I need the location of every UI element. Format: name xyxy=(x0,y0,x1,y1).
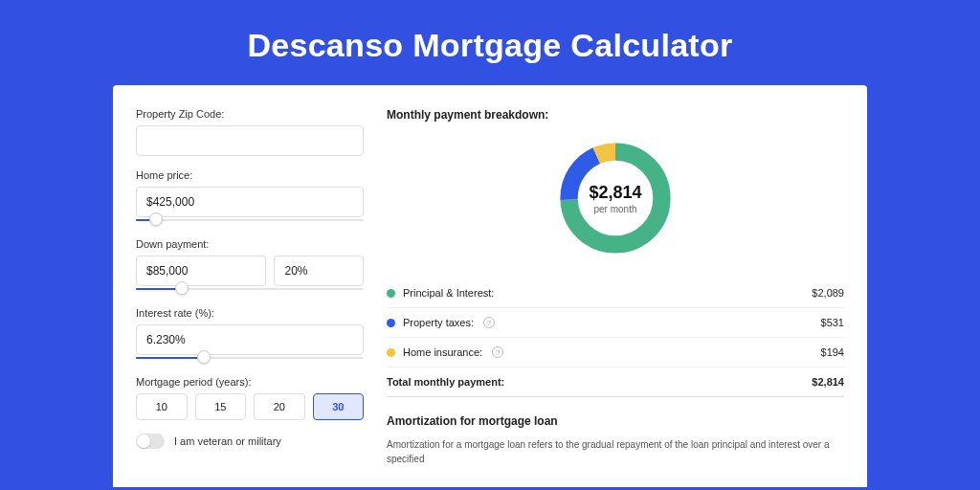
form-column: Property Zip Code: Home price: Down paym… xyxy=(136,108,364,487)
home-price-label: Home price: xyxy=(136,169,364,181)
field-zip: Property Zip Code: xyxy=(136,108,364,156)
donut-center: $2,814 per month xyxy=(554,137,677,259)
slider-thumb[interactable] xyxy=(175,281,189,295)
period-button-15[interactable]: 15 xyxy=(195,393,247,420)
interest-slider[interactable] xyxy=(136,353,364,363)
field-home-price: Home price: xyxy=(136,169,364,225)
period-button-20[interactable]: 20 xyxy=(254,393,305,420)
toggle-knob xyxy=(137,434,150,448)
legend-dot xyxy=(387,319,395,327)
legend-row: Property taxes:?$531 xyxy=(387,308,844,338)
field-period: Mortgage period (years): 10152030 xyxy=(136,376,364,420)
total-value: $2,814 xyxy=(812,376,844,388)
donut-chart: $2,814 per month xyxy=(554,137,677,259)
home-price-slider[interactable] xyxy=(136,215,364,225)
breakdown-column: Monthly payment breakdown: $2,814 per mo… xyxy=(387,108,844,487)
donut-sublabel: per month xyxy=(593,204,636,214)
veteran-label: I am veteran or military xyxy=(174,435,281,447)
legend-label: Property taxes: xyxy=(403,317,474,328)
period-label: Mortgage period (years): xyxy=(136,376,364,388)
slider-thumb[interactable] xyxy=(149,212,163,226)
zip-label: Property Zip Code: xyxy=(136,108,364,120)
amortization-title: Amortization for mortgage loan xyxy=(387,414,844,428)
amortization-text: Amortization for a mortgage loan refers … xyxy=(387,437,844,466)
legend-value: $2,089 xyxy=(812,287,844,299)
field-down-payment: Down payment: xyxy=(136,238,364,294)
down-payment-percent-input[interactable] xyxy=(274,256,364,286)
field-veteran: I am veteran or military xyxy=(136,434,364,449)
period-button-10[interactable]: 10 xyxy=(136,393,188,420)
down-payment-amount-input[interactable] xyxy=(136,256,266,286)
info-icon[interactable]: ? xyxy=(483,317,495,328)
slider-thumb[interactable] xyxy=(197,350,211,364)
donut-amount: $2,814 xyxy=(589,183,641,203)
legend-value: $194 xyxy=(821,346,844,358)
breakdown-title: Monthly payment breakdown: xyxy=(387,108,844,122)
home-price-input[interactable] xyxy=(136,187,364,217)
total-label: Total monthly payment: xyxy=(387,376,504,388)
zip-input[interactable] xyxy=(136,125,364,156)
legend-label: Principal & Interest: xyxy=(403,287,494,299)
legend-value: $531 xyxy=(821,317,844,328)
down-payment-slider[interactable] xyxy=(136,284,364,294)
interest-input[interactable] xyxy=(136,324,364,355)
legend-row: Principal & Interest:$2,089 xyxy=(387,278,844,308)
field-interest: Interest rate (%): xyxy=(136,307,364,363)
calculator-card: Property Zip Code: Home price: Down paym… xyxy=(113,85,867,487)
page-title: Descanso Mortgage Calculator xyxy=(0,0,980,85)
legend: Principal & Interest:$2,089Property taxe… xyxy=(387,278,844,368)
period-options: 10152030 xyxy=(136,393,364,420)
interest-label: Interest rate (%): xyxy=(136,307,364,319)
down-payment-label: Down payment: xyxy=(136,238,364,250)
legend-label: Home insurance: xyxy=(403,346,482,358)
legend-total-row: Total monthly payment: $2,814 xyxy=(387,368,844,397)
amortization-section: Amortization for mortgage loan Amortizat… xyxy=(387,414,844,466)
veteran-toggle[interactable] xyxy=(136,434,165,449)
legend-row: Home insurance:?$194 xyxy=(387,338,844,368)
period-button-30[interactable]: 30 xyxy=(313,393,365,420)
info-icon[interactable]: ? xyxy=(492,346,503,358)
legend-dot xyxy=(387,289,395,298)
legend-dot xyxy=(387,348,395,357)
donut-wrap: $2,814 per month xyxy=(387,137,844,259)
